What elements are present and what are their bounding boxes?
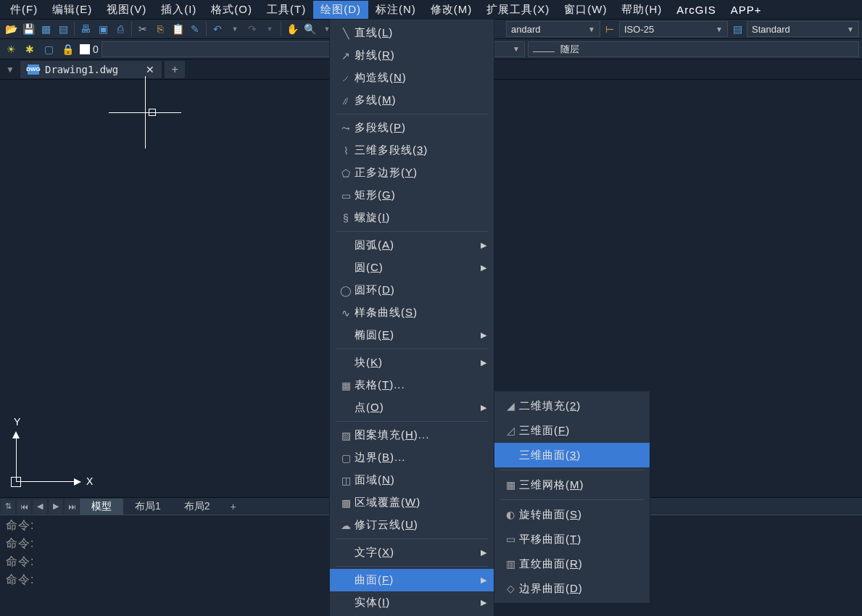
open-icon[interactable]: 📂 <box>3 21 19 37</box>
menu-item-sub[interactable]: 点(O)▶ <box>330 396 494 419</box>
menu-item-boundary[interactable]: ▢边界(B)... <box>330 446 494 469</box>
nav-first-button[interactable]: ⏮ <box>17 499 31 514</box>
submenu-item-3dmesh[interactable]: ▦三维网格(M) <box>494 473 650 497</box>
menu-item[interactable]: ArcGIS <box>669 1 723 18</box>
table-style-dropdown[interactable]: andard ▼ <box>506 21 600 37</box>
submenu-item-3dface[interactable]: ◿三维面(F) <box>494 418 650 443</box>
submenu-label: 二维填充(2) <box>519 399 642 413</box>
submenu-item-3dsurf[interactable]: 三维曲面(3) <box>494 443 650 467</box>
menu-item-sub[interactable]: 曲面(F)▶ <box>330 569 494 591</box>
menu-item[interactable]: 插入(I) <box>154 1 204 19</box>
menu-label: 图案填充(H)... <box>355 428 486 442</box>
copy-icon[interactable]: ⎘ <box>152 21 168 37</box>
model-tab[interactable]: 模型 <box>80 499 123 515</box>
nav-last-button[interactable]: ⏭ <box>65 499 79 514</box>
menu-item-sub[interactable]: 圆弧(A)▶ <box>330 234 494 257</box>
menu-label: 面域(N) <box>355 473 486 487</box>
menu-item-table[interactable]: ▦表格(T)... <box>330 374 494 396</box>
add-layout-button[interactable]: + <box>222 499 245 514</box>
close-tab-icon[interactable]: ✕ <box>146 64 154 75</box>
print-icon[interactable]: 🖶 <box>78 21 94 37</box>
file-tab-name: Drawing1.dwg <box>45 64 118 75</box>
menu-item-sub[interactable]: 块(K)▶ <box>330 351 494 374</box>
menu-item[interactable]: 绘图(D) <box>313 1 368 19</box>
menu-item-donut[interactable]: ◯圆环(D) <box>330 279 494 301</box>
matchprop-icon[interactable]: ✎ <box>187 21 203 37</box>
new-tab-button[interactable]: + <box>165 61 185 78</box>
surface-submenu: ◢二维填充(2)◿三维面(F)三维曲面(3)▦三维网格(M)◐旋转曲面(S)▭平… <box>494 391 650 604</box>
redo-icon[interactable]: ↷ <box>244 21 260 37</box>
paste-icon[interactable]: 📋 <box>170 21 186 37</box>
menu-item-xline[interactable]: ⟋构造线(N) <box>330 67 494 89</box>
menu-item[interactable]: 扩展工具(X) <box>479 1 557 19</box>
menu-item-sub[interactable]: 圆(C)▶ <box>330 257 494 279</box>
submenu-item-solid2d[interactable]: ◢二维填充(2) <box>494 394 650 418</box>
layer-dropdown[interactable]: ▼ <box>101 41 341 57</box>
menu-item-wipeout[interactable]: ▩区域覆盖(W) <box>330 491 494 514</box>
menu-item-ray[interactable]: ↗射线(R) <box>330 44 494 67</box>
menu-item[interactable]: 修改(M) <box>423 1 480 19</box>
menu-item-3dpoly[interactable]: ⌇三维多段线(3) <box>330 139 494 162</box>
layer-color-swatch[interactable] <box>80 44 90 54</box>
dim-style-icon[interactable]: ⊢ <box>602 21 618 37</box>
menu-item[interactable]: 视图(V) <box>99 1 154 19</box>
menu-item[interactable]: 帮助(H) <box>614 1 669 19</box>
menu-item-mline[interactable]: ⫽多线(M) <box>330 89 494 112</box>
menu-item[interactable]: 工具(T) <box>260 1 313 19</box>
menu-item-hatch[interactable]: ▨图案填充(H)... <box>330 424 494 446</box>
menu-item-spline[interactable]: ∿样条曲线(S) <box>330 301 494 324</box>
menu-item-line[interactable]: ╲直线(L) <box>330 22 494 44</box>
menu-item-sub[interactable]: 实体(I)▶ <box>330 591 494 614</box>
menu-item-region[interactable]: ◫面域(N) <box>330 469 494 491</box>
submenu-item-tabsurf[interactable]: ▭平移曲面(T) <box>494 527 650 552</box>
menu-item-pline[interactable]: ⤳多段线(P) <box>330 117 494 139</box>
nav-updown-button[interactable]: ⇅ <box>1 499 15 514</box>
menu-item[interactable]: 标注(N) <box>368 1 423 19</box>
menu-item[interactable]: 窗口(W) <box>557 1 614 19</box>
zoom-icon[interactable]: 🔍 <box>302 21 318 37</box>
pan-icon[interactable]: ✋ <box>284 21 300 37</box>
menu-item-polygon[interactable]: ⬠正多边形(Y) <box>330 162 494 184</box>
print-setup-icon[interactable]: ⎙ <box>112 21 128 37</box>
layer-states-icon[interactable]: ☀ <box>3 41 19 57</box>
text-style-dropdown[interactable]: Standard ▼ <box>747 21 859 37</box>
layout1-tab[interactable]: 布局1 <box>123 499 173 515</box>
undo-dropdown-icon[interactable]: ▼ <box>227 21 243 37</box>
menu-item-sub[interactable]: 椭圆(E)▶ <box>330 324 494 346</box>
print-preview-icon[interactable]: ▣ <box>95 21 111 37</box>
table-style-value: andard <box>511 24 540 35</box>
submenu-item-edgesurf[interactable]: ◇边界曲面(D) <box>494 576 650 601</box>
save-icon[interactable]: 💾 <box>20 21 36 37</box>
undo-icon[interactable]: ↶ <box>210 21 225 37</box>
menu-item-rect[interactable]: ▭矩形(G) <box>330 184 494 207</box>
menu-item-helix[interactable]: §螺旋(I) <box>330 207 494 229</box>
layer-tool-icon[interactable]: ▢ <box>41 41 57 57</box>
rulesurf-icon: ▥ <box>502 557 519 570</box>
cut-icon[interactable]: ✂ <box>135 21 151 37</box>
solid2d-icon: ◢ <box>502 399 519 412</box>
menu-item[interactable]: 格式(O) <box>204 1 260 19</box>
redo-dropdown-icon[interactable]: ▼ <box>262 21 278 37</box>
dim-style-dropdown[interactable]: ISO-25 ▼ <box>619 21 728 37</box>
nav-prev-button[interactable]: ◀ <box>33 499 47 514</box>
menu-item-sub[interactable]: 文字(X)▶ <box>330 541 494 564</box>
menu-item[interactable]: 件(F) <box>3 1 45 19</box>
layout2-tab[interactable]: 布局2 <box>173 499 222 515</box>
tab-collapse-icon[interactable]: ▼ <box>3 64 17 75</box>
layers-icon[interactable]: ▤ <box>55 21 71 37</box>
layer-freeze-icon[interactable]: ✱ <box>22 41 38 57</box>
menu-item[interactable]: APP+ <box>724 1 769 18</box>
menu-item[interactable]: 编辑(E) <box>45 1 99 19</box>
submenu-label: 三维曲面(3) <box>519 449 642 462</box>
edgesurf-icon: ◇ <box>502 582 519 595</box>
menu-item-revcloud[interactable]: ☁修订云线(U) <box>330 514 494 536</box>
submenu-item-revsurf[interactable]: ◐旋转曲面(S) <box>494 502 650 527</box>
text-style-icon[interactable]: ▤ <box>729 21 745 37</box>
file-tab[interactable]: DWG Drawing1.dwg ✕ <box>20 61 162 78</box>
menu-label: 多段线(P) <box>355 121 486 135</box>
saveall-icon[interactable]: ▦ <box>38 21 54 37</box>
layer-lock-icon[interactable]: 🔒 <box>59 41 75 57</box>
lineweight-dropdown[interactable]: 随层 <box>528 41 859 57</box>
submenu-item-rulesurf[interactable]: ▥直纹曲面(R) <box>494 552 650 576</box>
nav-next-button[interactable]: ▶ <box>49 499 63 514</box>
